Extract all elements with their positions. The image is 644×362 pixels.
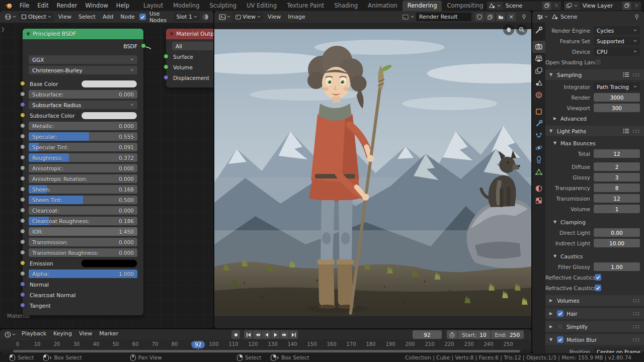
jump-to-end-button[interactable] (289, 330, 298, 339)
node-row-ior[interactable]: IOR:1.450 (29, 227, 137, 236)
shader-mode-select[interactable]: Object (19, 13, 54, 21)
disclosure-arrow-icon[interactable]: ▶ (549, 324, 554, 329)
workspace-tab-sculpting[interactable]: Sculpting (204, 1, 242, 11)
workspace-tab-uv-editing[interactable]: UV Editing (242, 1, 282, 11)
material-output-node[interactable]: ▼Material OutputAllSurfaceVolumeDisplace… (166, 29, 213, 87)
timeline-scrollbar[interactable] (0, 349, 531, 353)
node-row-clearcoat-roughness[interactable]: Clearcoat Roughness:0.186 (29, 216, 137, 226)
socket-gray[interactable] (20, 271, 25, 276)
properties-tab-object-data[interactable] (532, 166, 545, 178)
socket-gray[interactable] (20, 239, 25, 244)
number-field-total[interactable]: 12 (594, 149, 640, 158)
workspace-tab-modeling[interactable]: Modeling (168, 1, 204, 11)
dropdown-render-engine[interactable]: Cycles (594, 26, 640, 35)
socket-gray[interactable] (20, 250, 25, 255)
socket-purple[interactable] (20, 282, 25, 287)
dropdown-position[interactable]: Center on Frame (594, 347, 640, 353)
drag-grip-icon[interactable] (632, 129, 640, 133)
dropdown-integrator[interactable]: Path Tracing (594, 82, 640, 91)
use-nodes-checkbox[interactable] (139, 14, 146, 20)
socket-purple[interactable] (20, 292, 25, 297)
drag-grip-icon[interactable] (632, 338, 640, 342)
timeline-ruler[interactable]: 0102030405060708090100110120130140150160… (0, 340, 531, 349)
node-row-normal[interactable]: Normal (29, 280, 137, 289)
number-field-render[interactable]: 3000 (594, 93, 640, 102)
disclosure-arrow-icon[interactable]: ▼ (553, 141, 558, 145)
collapse-arrow-icon[interactable]: ▼ (170, 32, 173, 36)
menu-file[interactable]: File (16, 0, 33, 11)
number-field-indirect-light[interactable]: 10.00 (594, 239, 640, 247)
properties-tab-physics[interactable] (532, 142, 545, 154)
scene-name[interactable]: Scene (503, 3, 542, 9)
editor-type-properties-button[interactable] (535, 14, 549, 20)
panel-header-volumes[interactable]: ▶Volumes (545, 295, 644, 306)
node-row-subsurface-radius[interactable]: Subsurface Radius (29, 100, 137, 110)
editor-type-shader-button[interactable] (3, 14, 18, 20)
play-button[interactable] (271, 330, 280, 339)
number-field-volume[interactable]: 1 (594, 205, 640, 213)
properties-tab-object[interactable] (532, 106, 545, 118)
workspace-tab-rendering[interactable]: Rendering (403, 1, 442, 11)
current-frame-field[interactable]: 92 (413, 330, 442, 339)
properties-tab-particles[interactable] (532, 130, 545, 142)
pan-hand-icon[interactable] (503, 24, 514, 35)
node-row-tangent[interactable]: Tangent (29, 301, 137, 310)
region-toggle-arrow[interactable]: ❯ (1, 27, 5, 32)
playhead-badge[interactable]: 92 (191, 341, 205, 348)
panel-header-hair[interactable]: ▶Hair (545, 308, 644, 319)
pin-icon[interactable] (520, 14, 528, 20)
workspace-tab-compositing[interactable]: Compositing (442, 1, 484, 11)
scrollbar-thumb[interactable] (13, 350, 520, 352)
frame-start-field[interactable]: Start:10 (458, 330, 491, 339)
menu-render[interactable]: Render (53, 0, 82, 11)
new-view-layer-button[interactable] (622, 2, 631, 10)
image-datablock-selector[interactable]: Render Result (400, 13, 471, 21)
image-menu-view[interactable]: View (264, 11, 284, 23)
view-layer-name[interactable]: View Layer (580, 3, 622, 9)
socket-purple[interactable] (164, 75, 169, 80)
node-row-alpha[interactable]: Alpha:1.000 (29, 269, 137, 279)
node-row-clearcoat[interactable]: Clearcoat:0.000 (29, 206, 137, 215)
node-header[interactable]: ▼Principled BSDF (23, 29, 143, 39)
dropdown-feature-set[interactable]: Supported (594, 37, 640, 45)
pin-icon[interactable] (632, 14, 641, 20)
shader-menu-add[interactable]: Add (99, 11, 117, 23)
workspace-tab-shading[interactable]: Shading (329, 1, 363, 11)
material-preview-sphere-icon[interactable] (201, 14, 210, 20)
socket-gray[interactable] (20, 218, 25, 223)
properties-tab-world[interactable] (532, 89, 545, 101)
node-row-roughness[interactable]: Roughness:0.372 (29, 153, 137, 162)
material-slot-select[interactable]: Slot 1 (174, 13, 200, 21)
node-row-transmission-roughness[interactable]: Transmission Roughness:0.000 (29, 248, 137, 257)
number-field-viewport[interactable]: 300 (594, 104, 640, 112)
properties-tab-constraints[interactable] (532, 154, 545, 166)
fake-user-shield-button[interactable] (475, 13, 484, 21)
number-field-filter-glossy[interactable]: 1.00 (594, 262, 640, 271)
checkbox-unchecked[interactable] (557, 323, 564, 330)
dropdown-device[interactable]: CPU (594, 47, 640, 56)
workspace-tab-animation[interactable]: Animation (363, 1, 403, 11)
color-swatch[interactable] (81, 112, 137, 120)
checkbox-checked[interactable] (557, 310, 564, 317)
disclosure-arrow-icon[interactable]: ▶ (549, 311, 554, 316)
subpanel-header-caustics[interactable]: ▼Caustics (545, 251, 644, 261)
number-field-diffuse[interactable]: 2 (594, 162, 640, 171)
checkbox-checked[interactable] (595, 274, 601, 281)
drag-grip-icon[interactable] (632, 299, 640, 303)
properties-tab-material[interactable] (532, 183, 545, 195)
frame-end-field[interactable]: End:250 (491, 330, 524, 339)
workspace-tab-layout[interactable]: Layout (138, 1, 168, 11)
node-row-sheen[interactable]: Sheen:0.168 (29, 185, 137, 194)
blender-logo-icon[interactable] (4, 3, 13, 9)
workspace-tab-texture-paint[interactable]: Texture Paint (282, 1, 329, 11)
principled-bsdf-node[interactable]: ▼Principled BSDFBSDFGGXChristensen-Burle… (23, 29, 143, 315)
node-row-subsurface[interactable]: Subsurface:0.000 (29, 89, 137, 99)
socket-green[interactable] (164, 64, 169, 69)
number-field-transmission[interactable]: 12 (594, 194, 640, 203)
disclosure-arrow-icon[interactable]: ▼ (549, 337, 554, 342)
disclosure-arrow-icon[interactable]: ▼ (549, 129, 554, 133)
duplicate-image-button[interactable] (486, 13, 495, 21)
subpanel-header-max-bounces[interactable]: ▼Max Bounces (545, 138, 644, 148)
shader-menu-node[interactable]: Node (117, 11, 138, 23)
node-row-specular-tint[interactable]: Specular Tint:0.091 (29, 142, 137, 152)
